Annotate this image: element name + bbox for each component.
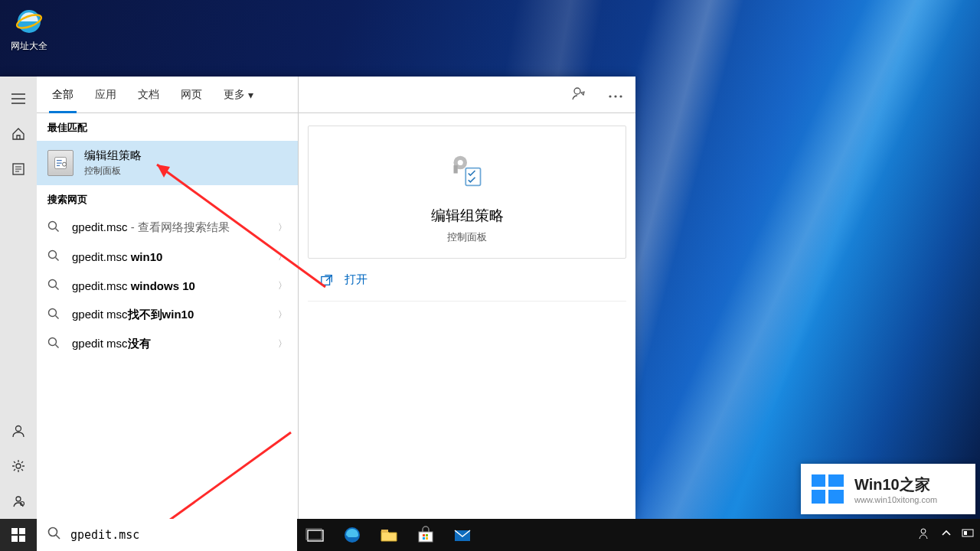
preview-open-label: 打开	[345, 272, 368, 287]
taskbar-search-box[interactable]	[37, 519, 297, 551]
ie-icon	[14, 6, 44, 37]
desktop-shortcut-label: 网址大全	[8, 40, 51, 53]
svg-point-13	[49, 221, 57, 229]
watermark-url: www.win10xitong.com	[854, 495, 937, 504]
svg-point-16	[49, 308, 57, 316]
chevron-right-icon: 〉	[278, 221, 287, 234]
rail-settings-button[interactable]	[0, 448, 37, 484]
best-match-title: 编辑组策略	[84, 148, 142, 163]
svg-point-19	[458, 160, 463, 165]
search-icon	[47, 308, 61, 322]
rail-recent-button[interactable]	[0, 152, 37, 187]
svg-rect-21	[466, 168, 480, 186]
watermark: Win10之家 www.win10xitong.com	[801, 464, 975, 514]
system-tray[interactable]	[913, 519, 980, 551]
svg-point-15	[49, 279, 57, 287]
rail-power-button[interactable]	[0, 484, 37, 519]
svg-rect-42	[426, 534, 428, 536]
web-result-item[interactable]: gpedit.msc - 查看网络搜索结果 〉	[37, 213, 298, 242]
search-flyout: 全部 应用 文档 网页 更多▾ 最佳匹配 编辑组策略 控制面板 搜	[0, 77, 635, 519]
chevron-right-icon: 〉	[278, 250, 287, 263]
svg-rect-28	[828, 474, 844, 487]
rail-account-button[interactable]	[0, 413, 37, 448]
watermark-logo-icon	[808, 470, 847, 508]
tab-all[interactable]: 全部	[43, 77, 83, 113]
tab-documents[interactable]: 文档	[129, 77, 168, 113]
search-rail	[0, 77, 37, 519]
svg-rect-29	[812, 490, 825, 504]
svg-rect-31	[11, 528, 18, 534]
search-preview-pane: 编辑组策略 控制面板 打开	[299, 77, 635, 519]
svg-rect-41	[423, 534, 425, 536]
svg-point-35	[49, 528, 57, 536]
svg-point-4	[16, 464, 21, 468]
web-result-text: gpedit.msc win10	[72, 250, 267, 263]
svg-rect-20	[454, 165, 458, 174]
web-result-item[interactable]: gpedit msc找不到win10 〉	[37, 300, 298, 329]
web-result-text: gpedit.msc windows 10	[72, 279, 267, 292]
search-input[interactable]	[70, 528, 286, 542]
svg-rect-40	[419, 532, 433, 542]
preview-open-action[interactable]: 打开	[308, 259, 626, 302]
edge-button[interactable]	[334, 519, 371, 551]
web-result-text: gpedit msc找不到win10	[72, 308, 267, 322]
chevron-right-icon: 〉	[278, 308, 287, 321]
tab-more[interactable]: 更多▾	[214, 77, 263, 113]
chevron-down-icon: ▾	[248, 89, 253, 101]
search-results-pane: 最佳匹配 编辑组策略 控制面板 搜索网页 gpedit.msc - 查看网络搜索…	[37, 77, 299, 519]
tray-chevron-up-icon[interactable]	[940, 527, 952, 543]
gpedit-large-icon	[446, 149, 488, 192]
svg-point-3	[16, 426, 21, 432]
best-match-subtitle: 控制面板	[84, 165, 142, 178]
svg-point-5	[16, 497, 21, 501]
web-result-item[interactable]: gpedit.msc win10 〉	[37, 242, 298, 271]
web-results-list: gpedit.msc - 查看网络搜索结果 〉 gpedit.msc win10…	[37, 213, 298, 358]
watermark-title: Win10之家	[854, 474, 937, 495]
tab-apps[interactable]: 应用	[86, 77, 126, 113]
store-button[interactable]	[407, 519, 444, 551]
tray-input-icon[interactable]	[962, 527, 974, 543]
gpedit-icon	[47, 150, 74, 176]
web-result-item[interactable]: gpedit.msc windows 10 〉	[37, 271, 298, 300]
rail-home-button[interactable]	[0, 116, 37, 152]
file-explorer-button[interactable]	[371, 519, 407, 551]
svg-point-17	[49, 337, 57, 345]
svg-rect-32	[19, 528, 25, 534]
preview-card: 编辑组策略 控制面板	[308, 126, 626, 259]
web-result-text: gpedit msc没有	[72, 337, 267, 351]
mail-button[interactable]	[444, 519, 481, 551]
search-icon	[47, 220, 61, 235]
svg-point-46	[921, 529, 926, 533]
svg-rect-22	[322, 276, 330, 285]
tray-people-icon[interactable]	[919, 527, 931, 543]
svg-point-14	[49, 250, 57, 258]
search-icon	[47, 527, 61, 543]
svg-rect-48	[964, 531, 967, 535]
search-icon	[47, 337, 61, 351]
task-view-button[interactable]	[297, 519, 334, 551]
section-header-best-match: 最佳匹配	[37, 113, 298, 141]
svg-rect-33	[11, 536, 18, 542]
svg-rect-39	[381, 530, 388, 533]
chevron-right-icon: 〉	[278, 337, 287, 350]
preview-subtitle: 控制面板	[316, 230, 618, 244]
taskbar	[0, 519, 980, 551]
svg-rect-43	[423, 537, 425, 540]
section-header-web: 搜索网页	[37, 185, 298, 213]
svg-rect-27	[812, 474, 825, 487]
start-button[interactable]	[0, 519, 37, 551]
search-icon	[47, 249, 61, 264]
svg-rect-44	[426, 537, 428, 540]
web-result-item[interactable]: gpedit msc没有 〉	[37, 329, 298, 358]
web-result-text: gpedit.msc - 查看网络搜索结果	[72, 220, 267, 235]
tab-web[interactable]: 网页	[172, 77, 211, 113]
search-icon	[47, 279, 61, 293]
preview-title: 编辑组策略	[316, 206, 618, 226]
open-icon	[320, 273, 334, 287]
svg-rect-34	[19, 536, 25, 542]
rail-menu-button[interactable]	[0, 81, 37, 116]
svg-rect-30	[828, 490, 844, 504]
best-match-result[interactable]: 编辑组策略 控制面板	[37, 141, 298, 185]
chevron-right-icon: 〉	[278, 279, 287, 292]
desktop-shortcut-ie[interactable]: 网址大全	[8, 6, 51, 53]
